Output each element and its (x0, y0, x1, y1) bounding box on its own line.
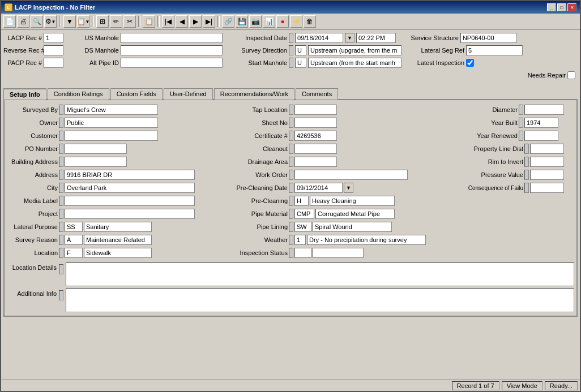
rim-to-invert-input[interactable] (530, 157, 564, 167)
lacp-rec-label: LACP Rec # (3, 35, 42, 41)
tab-user-defined[interactable]: User-Defined (164, 88, 213, 100)
maximize-button[interactable]: □ (557, 3, 566, 11)
camera-button[interactable]: 📷 (249, 15, 262, 28)
lateral-seg-ref-input[interactable] (466, 45, 523, 55)
save-button[interactable]: 💾 (236, 15, 248, 28)
start-manhole-code[interactable] (295, 58, 306, 68)
weather-text[interactable] (307, 235, 426, 245)
link-button[interactable]: 🔗 (222, 15, 234, 28)
settings-button[interactable]: ⚙▼ (44, 15, 57, 28)
delete-button[interactable]: 🗑 (304, 15, 316, 28)
pipe-material-code[interactable] (294, 209, 314, 219)
print-button[interactable]: 🖨 (17, 15, 29, 28)
location-details-label: Location Details (7, 262, 57, 271)
close-button[interactable]: ✕ (567, 3, 576, 11)
location-code[interactable] (65, 248, 83, 258)
address-input[interactable] (65, 170, 195, 180)
chart-button[interactable]: 📊 (263, 15, 275, 28)
pressure-value-input[interactable] (530, 170, 564, 180)
prev-button[interactable]: ◀ (176, 15, 188, 28)
scissors-button[interactable]: ✂ (123, 15, 136, 28)
consequence-of-failure-input[interactable] (530, 183, 564, 193)
first-button[interactable]: |◀ (162, 15, 174, 28)
pacp-rec-input[interactable] (44, 58, 63, 68)
sheet-no-input[interactable] (294, 118, 337, 128)
ds-manhole-input[interactable] (121, 45, 223, 55)
pipe-lining-code[interactable] (294, 222, 311, 232)
search-button[interactable]: 🔍 (31, 15, 43, 28)
year-renewed-input[interactable] (524, 131, 558, 141)
edit-button[interactable]: ✏ (110, 15, 122, 28)
po-number-input[interactable] (65, 144, 127, 154)
last-button[interactable]: ▶| (203, 15, 215, 28)
additional-info-textarea[interactable] (66, 288, 574, 312)
cleanout-input[interactable] (294, 144, 337, 154)
weather-label: Weather (234, 236, 288, 243)
tab-comments[interactable]: Comments (296, 88, 338, 100)
lacp-rec-input[interactable] (44, 33, 63, 43)
grid-button[interactable]: ⊞ (96, 15, 109, 28)
work-order-input[interactable] (294, 170, 408, 180)
pipe-lining-row: Pipe Lining (234, 221, 459, 233)
tab-setup-info[interactable]: Setup Info (3, 88, 46, 100)
filter-button[interactable]: ▼ (63, 15, 76, 28)
drainage-area-input[interactable] (294, 157, 337, 167)
copy-button[interactable]: 📋 (143, 15, 155, 28)
pre-cleaning-date-dropdown[interactable]: ▼ (344, 183, 353, 193)
reverse-rec-input[interactable] (44, 45, 63, 55)
media-label-input[interactable] (65, 196, 195, 206)
tab-custom-fields[interactable]: Custom Fields (110, 88, 163, 100)
tab-recommendations[interactable]: Recommendations/Work (214, 88, 294, 100)
diameter-indicator (519, 105, 523, 115)
surveyed-by-input[interactable] (65, 105, 158, 115)
alt-pipe-input[interactable] (121, 58, 223, 68)
survey-direction-code[interactable] (295, 45, 306, 55)
property-line-dist-input[interactable] (530, 144, 564, 154)
survey-direction-label: Survey Direction (237, 47, 287, 54)
pipe-lining-text[interactable] (313, 222, 392, 232)
inspected-date-input[interactable] (295, 33, 343, 43)
project-input[interactable] (65, 209, 195, 219)
pipe-material-indicator (289, 209, 293, 219)
pre-cleaning-code[interactable] (294, 196, 309, 206)
lateral-purpose-indicator (59, 222, 63, 232)
location-text[interactable] (84, 248, 152, 258)
inspection-status-text[interactable] (313, 248, 364, 258)
service-structure-input[interactable] (460, 33, 517, 43)
date-dropdown[interactable]: ▼ (345, 33, 354, 43)
new-button[interactable]: 📄 (3, 15, 16, 28)
needs-repair-checkbox[interactable] (567, 71, 575, 79)
separator-1 (59, 16, 61, 27)
city-input[interactable] (65, 183, 195, 193)
pipe-material-text[interactable] (315, 209, 395, 219)
diameter-input[interactable] (524, 105, 564, 115)
owner-input[interactable] (65, 118, 158, 128)
lateral-purpose-text[interactable] (84, 222, 152, 232)
inspection-status-code[interactable] (294, 248, 311, 258)
us-manhole-input[interactable] (121, 33, 223, 43)
survey-direction-text[interactable] (308, 45, 401, 55)
us-manhole-label: US Manhole (78, 35, 119, 41)
lateral-purpose-code[interactable] (65, 222, 83, 232)
start-manhole-text[interactable] (308, 58, 401, 68)
time-input[interactable] (356, 33, 396, 43)
next-button[interactable]: ▶ (189, 15, 202, 28)
survey-reason-text[interactable] (84, 235, 152, 245)
year-built-input[interactable] (524, 118, 558, 128)
tab-condition-ratings[interactable]: Condition Ratings (48, 88, 109, 100)
customer-input[interactable] (65, 131, 158, 141)
minimize-button[interactable]: _ (547, 3, 556, 11)
latest-inspection-checkbox[interactable] (466, 59, 474, 67)
location-details-textarea[interactable] (66, 262, 574, 286)
certificate-input[interactable] (294, 131, 337, 141)
weather-code[interactable] (294, 235, 306, 245)
pre-cleaning-text[interactable] (310, 196, 395, 206)
lightning-button[interactable]: ⚡ (290, 15, 302, 28)
red-button[interactable]: ● (276, 15, 289, 28)
tap-location-input[interactable] (294, 105, 337, 115)
pre-cleaning-date-input[interactable] (294, 183, 343, 193)
filter2-button[interactable]: 📋▼ (77, 15, 89, 28)
start-manhole-indicator (289, 58, 293, 68)
survey-reason-code[interactable] (65, 235, 83, 245)
building-address-input[interactable] (65, 157, 127, 167)
